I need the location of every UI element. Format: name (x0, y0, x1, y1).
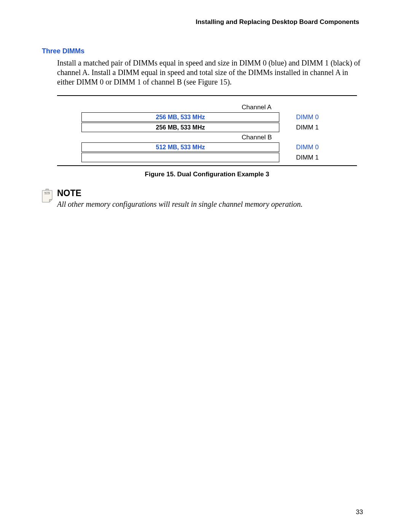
dimm-label-b1: DIMM 1 (296, 154, 330, 161)
dimm-row-a1: 256 MB, 533 MHz DIMM 1 (61, 123, 353, 132)
running-header: Installing and Replacing Desktop Board C… (42, 18, 359, 26)
note-block: NOTE NOTE All other memory configuration… (42, 188, 369, 209)
dimm-label-a1: DIMM 1 (296, 124, 330, 131)
svg-rect-0 (46, 189, 49, 190)
dimm-label-b0: DIMM 0 (296, 144, 330, 151)
svg-text:NOTE: NOTE (45, 192, 50, 194)
channel-a-label: Channel A (61, 104, 353, 111)
page-content: Installing and Replacing Desktop Board C… (0, 0, 411, 209)
section-heading-three-dimms: Three DIMMs (42, 47, 369, 55)
dimm-row-b0: 512 MB, 533 MHz DIMM 0 (61, 142, 353, 152)
dimm-row-b1: DIMM 1 (61, 153, 353, 162)
dimm-row-a0: 256 MB, 533 MHz DIMM 0 (61, 112, 353, 122)
note-content: NOTE All other memory configurations wil… (57, 188, 369, 209)
body-paragraph: Install a matched pair of DIMMs equal in… (57, 58, 365, 87)
dimm-label-a0: DIMM 0 (296, 113, 330, 121)
note-icon: NOTE (40, 188, 55, 203)
note-heading: NOTE (57, 188, 369, 198)
figure-caption: Figure 15. Dual Configuration Example 3 (57, 171, 357, 178)
dimm-slot-a0: 256 MB, 533 MHz (81, 112, 279, 122)
dimm-slot-b1 (81, 153, 279, 162)
note-text: All other memory configurations will res… (57, 200, 369, 209)
channel-b-label: Channel B (61, 134, 353, 141)
figure-15: Channel A 256 MB, 533 MHz DIMM 0 256 MB,… (57, 95, 357, 166)
page-number: 33 (356, 508, 363, 516)
dimm-slot-b0: 512 MB, 533 MHz (81, 142, 279, 152)
dimm-slot-a1: 256 MB, 533 MHz (81, 123, 279, 132)
